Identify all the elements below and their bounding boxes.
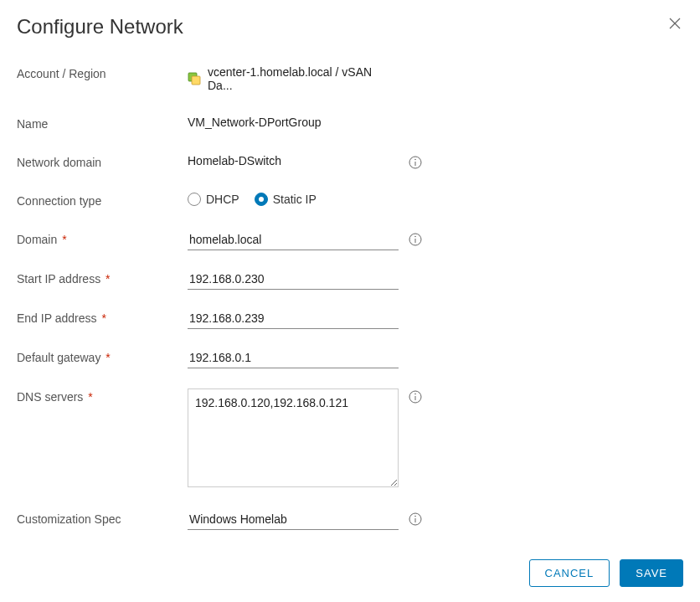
label-customization-spec: Customization Spec [17, 511, 188, 526]
info-icon[interactable] [409, 233, 422, 246]
radio-dhcp-label: DHCP [206, 193, 239, 206]
required-mark: * [106, 272, 110, 286]
radio-static-ip-circle [255, 193, 268, 206]
default-gateway-input[interactable] [188, 349, 399, 368]
label-default-gateway: Default gateway [17, 351, 100, 364]
svg-point-8 [414, 236, 416, 238]
dialog-title: Configure Network [17, 15, 183, 39]
info-icon[interactable] [409, 156, 422, 169]
required-mark: * [88, 390, 92, 404]
svg-point-11 [414, 394, 416, 395]
label-end-ip: End IP address [17, 311, 96, 325]
customization-spec-input[interactable] [188, 511, 399, 530]
dns-servers-input[interactable] [188, 388, 399, 487]
close-button[interactable] [667, 15, 683, 33]
required-mark: * [101, 311, 106, 325]
domain-input[interactable] [188, 231, 399, 250]
value-network-domain: Homelab-DSwitch [188, 154, 281, 167]
radio-static-ip[interactable]: Static IP [255, 193, 317, 206]
label-start-ip: Start IP address [17, 272, 100, 286]
svg-point-14 [414, 516, 416, 517]
svg-point-5 [414, 159, 416, 161]
cancel-button[interactable]: CANCEL [529, 559, 610, 587]
value-name: VM_Network-DPortGroup [188, 116, 322, 129]
svg-rect-3 [192, 76, 200, 85]
radio-static-ip-label: Static IP [273, 193, 317, 206]
required-mark: * [62, 233, 66, 246]
info-icon[interactable] [409, 512, 422, 526]
connection-type-radio-group: DHCP Static IP [188, 193, 317, 206]
end-ip-input[interactable] [188, 310, 399, 329]
vcenter-icon [188, 72, 201, 85]
label-account-region: Account / Region [17, 65, 188, 80]
radio-dhcp[interactable]: DHCP [188, 193, 239, 206]
required-mark: * [106, 351, 110, 364]
label-connection-type: Connection type [17, 193, 188, 208]
label-network-domain: Network domain [17, 154, 188, 169]
label-dns-servers: DNS servers [17, 390, 83, 404]
save-button[interactable]: SAVE [620, 559, 683, 587]
label-domain: Domain [17, 233, 57, 246]
start-ip-input[interactable] [188, 270, 399, 290]
value-account-region: vcenter-1.homelab.local / vSAN Da... [208, 65, 399, 92]
radio-dhcp-circle [188, 193, 201, 206]
info-icon[interactable] [409, 390, 422, 404]
close-icon [668, 17, 682, 30]
label-name: Name [17, 116, 188, 131]
